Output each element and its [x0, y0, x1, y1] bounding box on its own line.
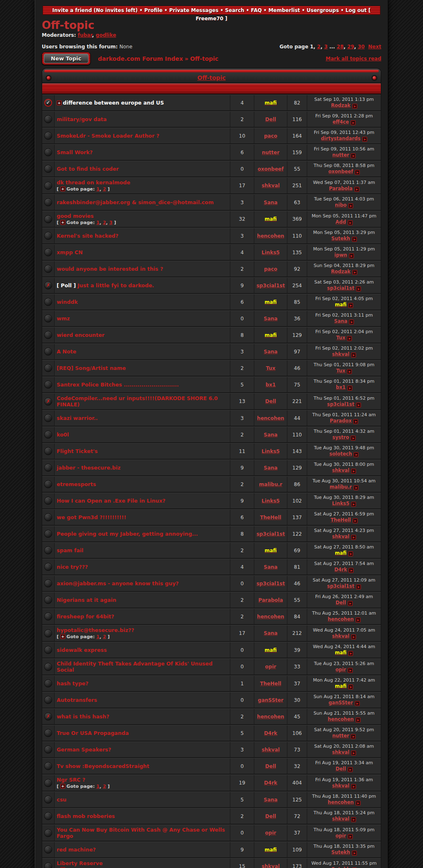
goto-latest-post-icon[interactable]: ➤	[348, 651, 353, 656]
topic-link[interactable]: wierd encounter	[57, 332, 105, 338]
goto-latest-post-icon[interactable]: ➤	[356, 286, 361, 291]
author-link[interactable]: Sana	[264, 432, 277, 438]
goto-latest-post-icon[interactable]: ➤	[356, 618, 361, 622]
lastpost-author-link[interactable]: Rodzak	[331, 269, 350, 274]
goto-page-link[interactable]: 2	[317, 44, 320, 50]
goto-page-link[interactable]: 3	[109, 220, 112, 225]
goto-latest-post-icon[interactable]: ➤	[348, 601, 353, 606]
goto-latest-post-icon[interactable]: ➤	[351, 120, 356, 125]
goto-latest-post-icon[interactable]: ➤	[351, 634, 356, 639]
goto-latest-post-icon[interactable]: ➤	[354, 485, 358, 490]
topic-link[interactable]: flash mob robberies	[57, 813, 115, 819]
author-link[interactable]: Dell	[265, 398, 276, 404]
goto-latest-post-icon[interactable]: ➤	[348, 668, 353, 673]
topic-link[interactable]: csu	[57, 796, 67, 803]
author-link[interactable]: Sana	[264, 349, 277, 355]
goto-page-link[interactable]: 1	[96, 186, 100, 192]
topic-link[interactable]: winddk	[57, 299, 78, 305]
author-link[interactable]: oxonbeef	[258, 166, 284, 172]
goto-page-link[interactable]: 1	[96, 220, 100, 225]
author-link[interactable]: nutter	[262, 150, 280, 155]
topic-link[interactable]: CodeCompiler...need ur inputs!!!!(DARKOD…	[57, 395, 218, 408]
lastpost-author-link[interactable]: Tux	[336, 368, 345, 374]
goto-latest-post-icon[interactable]: ➤	[348, 220, 353, 225]
author-link[interactable]: TheHell	[260, 515, 281, 520]
lastpost-author-link[interactable]: Tux	[336, 335, 345, 341]
author-link[interactable]: D4rk	[264, 780, 277, 786]
author-link[interactable]: bx1	[265, 382, 276, 388]
lastpost-author-link[interactable]: shkval	[332, 467, 349, 473]
lastpost-author-link[interactable]: Parabola	[329, 186, 352, 191]
author-link[interactable]: mafi	[265, 299, 277, 305]
lastpost-author-link[interactable]: Sana	[334, 318, 347, 324]
goto-latest-post-icon[interactable]: ➤	[348, 684, 353, 689]
topic-link[interactable]: rakeshbinder@jabber.org & simon_dice-@ho…	[57, 199, 214, 205]
author-link[interactable]: mafi	[265, 647, 277, 653]
author-link[interactable]: hencohen	[257, 614, 284, 620]
goto-latest-post-icon[interactable]: ➤	[354, 452, 358, 457]
goto-latest-post-icon[interactable]: ➤	[356, 801, 361, 806]
topic-link[interactable]: Santrex Police Bitches .................…	[57, 382, 179, 388]
topic-link[interactable]: firesheep for 64bit?	[57, 613, 114, 620]
lastpost-author-link[interactable]: Dell	[335, 766, 346, 772]
mark-all-read-link[interactable]: Mark all topics read	[326, 56, 381, 62]
topic-link[interactable]: Ngr SRC ?	[57, 777, 85, 783]
lastpost-author-link[interactable]: sp3cial1st	[327, 401, 354, 407]
author-link[interactable]: Sana	[264, 797, 277, 803]
topic-link[interactable]: dk thread on kernalmode	[57, 179, 130, 186]
lastpost-author-link[interactable]: D4rk	[335, 567, 347, 572]
topic-link[interactable]: [REQ] Song/Artist name	[57, 365, 126, 371]
goto-latest-post-icon[interactable]: ➤	[362, 137, 367, 142]
goto-latest-post-icon[interactable]: ➤	[352, 851, 357, 856]
author-link[interactable]: Dell	[265, 763, 276, 769]
author-link[interactable]: opir	[265, 830, 276, 836]
topic-link[interactable]: nice try???	[57, 564, 88, 570]
goto-latest-post-icon[interactable]: ➤	[349, 568, 354, 573]
topic-link[interactable]: How I can Open an .Exe File in Linux?	[57, 498, 165, 504]
lastpost-author-link[interactable]: opir	[335, 667, 346, 672]
author-link[interactable]: mafi	[265, 847, 277, 853]
lastpost-author-link[interactable]: Paradox	[330, 418, 352, 424]
topic-link[interactable]: Flight Ticket's	[57, 448, 98, 454]
goto-latest-post-icon[interactable]: ➤	[356, 403, 361, 408]
author-link[interactable]: mafi	[265, 548, 277, 553]
lastpost-author-link[interactable]: shkval	[332, 633, 349, 639]
topnav-link[interactable]: Profile	[144, 7, 163, 13]
topic-link[interactable]: would anyone be interested in this ?	[57, 266, 163, 272]
goto-latest-post-icon[interactable]: ➤	[352, 104, 357, 109]
goto-latest-post-icon[interactable]: ➤	[351, 784, 356, 789]
goto-latest-post-icon[interactable]: ➤	[351, 535, 356, 540]
lastpost-author-link[interactable]: shkval	[332, 351, 349, 357]
topic-link[interactable]: SmokeLdr - Smoke Loader Author ?	[57, 133, 159, 139]
lastpost-author-link[interactable]: eff4ce	[332, 119, 349, 125]
topic-link[interactable]: hash type?	[57, 680, 88, 687]
goto-latest-post-icon[interactable]: ➤	[349, 320, 354, 324]
author-link[interactable]: shkval	[262, 183, 280, 188]
goto-page-link[interactable]: 28	[337, 44, 344, 50]
author-link[interactable]: sp3cial1st	[256, 531, 285, 537]
goto-latest-post-icon[interactable]: ➤	[348, 203, 353, 208]
forum-caption-link[interactable]: Off-topic	[197, 74, 225, 81]
topic-link[interactable]: Nigerians at it again	[57, 597, 116, 603]
author-link[interactable]: malibu.r	[259, 482, 282, 487]
goto-latest-post-icon[interactable]: ➤	[348, 767, 353, 772]
goto-latest-post-icon[interactable]: ➤	[351, 502, 356, 507]
moderator-link[interactable]: fubar	[78, 32, 92, 38]
topic-link[interactable]: sidewalk express	[57, 647, 107, 653]
goto-latest-post-icon[interactable]: ➤	[353, 419, 358, 424]
goto-latest-post-icon[interactable]: ➤	[354, 187, 359, 192]
author-link[interactable]: mafi	[265, 332, 277, 338]
topic-link[interactable]: Tv show :BeyondscaredStraight	[57, 763, 149, 769]
lastpost-author-link[interactable]: nibo	[335, 202, 347, 208]
goto-latest-post-icon[interactable]: ➤	[351, 436, 356, 441]
goto-latest-post-icon[interactable]: ➤	[347, 386, 352, 391]
lastpost-author-link[interactable]: Sutekh	[331, 849, 350, 855]
author-link[interactable]: Links5	[262, 498, 280, 504]
author-link[interactable]: Sana	[264, 200, 277, 205]
lastpost-author-link[interactable]: Links5	[332, 501, 349, 506]
goto-latest-post-icon[interactable]: ➤	[355, 170, 360, 175]
goto-page-link[interactable]: 30	[358, 44, 365, 50]
author-link[interactable]: Sana	[264, 316, 277, 322]
goto-latest-post-icon[interactable]: ➤	[353, 518, 358, 523]
lastpost-author-link[interactable]: shkval	[332, 816, 349, 822]
